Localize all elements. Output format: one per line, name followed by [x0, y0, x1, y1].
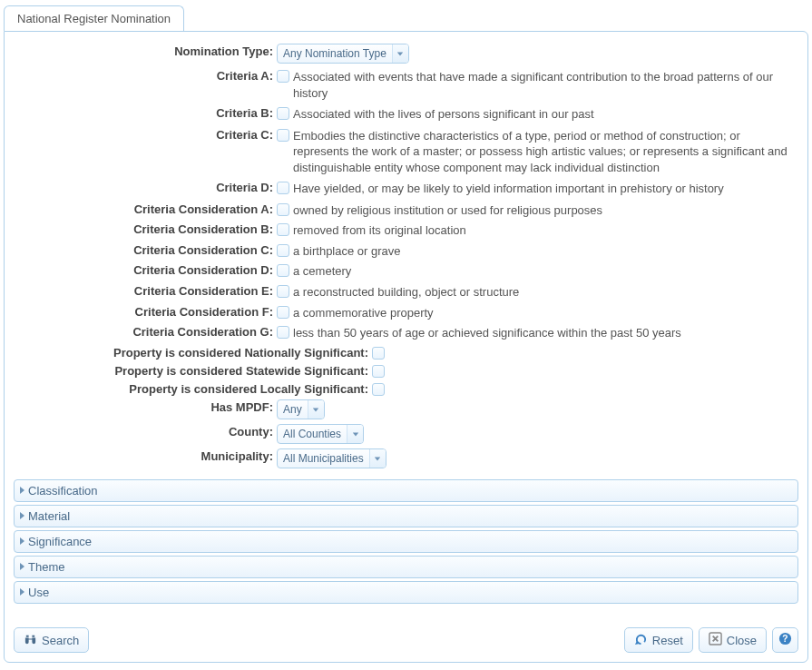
- search-button[interactable]: Search: [14, 627, 89, 653]
- desc-cc-c: a birthplace or grave: [293, 242, 401, 260]
- desc-cc-f: a commemorative property: [293, 304, 434, 321]
- combo-has-mpdf-value: Any: [278, 400, 308, 419]
- checkbox-cc-e[interactable]: [277, 285, 289, 298]
- checkbox-statewide-significant[interactable]: [372, 365, 385, 378]
- accordion-classification-label: Classification: [28, 484, 98, 498]
- undo-icon: [634, 632, 648, 648]
- combo-county-value: All Counties: [278, 425, 347, 443]
- desc-criteria-d: Have yielded, or may be likely to yield …: [293, 180, 724, 197]
- checkbox-locally-significant[interactable]: [372, 383, 385, 396]
- search-button-label: Search: [42, 634, 79, 647]
- caret-right-icon: [20, 487, 24, 494]
- accordion-material-label: Material: [28, 509, 70, 523]
- desc-criteria-b: Associated with the lives of persons sig…: [293, 105, 594, 123]
- accordion-significance[interactable]: Significance: [14, 530, 798, 553]
- reset-button-label: Reset: [652, 634, 683, 647]
- caret-right-icon: [20, 588, 24, 596]
- label-criteria-c: Criteria C:: [14, 126, 277, 142]
- label-municipality: Municipality:: [14, 448, 277, 463]
- chevron-down-icon: [347, 425, 363, 443]
- label-cc-g: Criteria Consideration G:: [14, 323, 277, 339]
- close-icon: [709, 632, 722, 648]
- label-cc-b: Criteria Consideration B:: [14, 221, 277, 236]
- label-cc-a: Criteria Consideration A:: [14, 201, 277, 216]
- help-icon: ?: [778, 632, 792, 648]
- label-criteria-b: Criteria B:: [14, 104, 277, 120]
- combo-municipality-value: All Municipalities: [278, 449, 369, 468]
- checkbox-cc-a[interactable]: [277, 203, 289, 216]
- label-cc-d: Criteria Consideration D:: [14, 261, 277, 277]
- accordion-theme[interactable]: Theme: [14, 556, 798, 578]
- help-button[interactable]: ?: [772, 627, 798, 653]
- label-cc-f: Criteria Consideration F:: [14, 303, 277, 319]
- desc-cc-a: owned by religious institution or used f…: [293, 202, 602, 219]
- caret-right-icon: [20, 512, 24, 519]
- checkbox-criteria-a[interactable]: [277, 70, 289, 83]
- accordion-material[interactable]: Material: [14, 505, 798, 527]
- checkbox-criteria-c[interactable]: [277, 129, 289, 142]
- desc-cc-b: removed from its original location: [293, 222, 466, 239]
- accordion-classification[interactable]: Classification: [14, 479, 798, 502]
- label-criteria-a: Criteria A:: [14, 67, 277, 83]
- combo-nomination-type[interactable]: Any Nomination Type: [277, 44, 409, 64]
- checkbox-cc-f[interactable]: [277, 306, 289, 319]
- close-button-label: Close: [727, 634, 757, 647]
- accordion-use[interactable]: Use: [14, 581, 798, 604]
- combo-county[interactable]: All Counties: [277, 424, 364, 444]
- accordion-significance-label: Significance: [28, 535, 92, 548]
- reset-button[interactable]: Reset: [624, 627, 693, 653]
- chevron-down-icon: [369, 449, 386, 468]
- checkbox-cc-b[interactable]: [277, 223, 289, 236]
- label-statewide-significant: Property is considered Statewide Signifi…: [14, 362, 372, 378]
- label-locally-significant: Property is considered Locally Significa…: [14, 380, 372, 396]
- checkbox-nationally-significant[interactable]: [372, 347, 385, 360]
- chevron-down-icon: [308, 400, 324, 419]
- caret-right-icon: [20, 563, 24, 570]
- accordion-use-label: Use: [28, 586, 49, 599]
- checkbox-cc-d[interactable]: [277, 264, 289, 277]
- desc-cc-e: a reconstructed building, object or stru…: [293, 283, 519, 301]
- desc-cc-g: less than 50 years of age or achieved si…: [293, 324, 681, 341]
- label-county: County:: [14, 423, 277, 438]
- combo-municipality[interactable]: All Municipalities: [277, 448, 386, 468]
- tab-panel: Nomination Type: Any Nomination Type Cri…: [4, 31, 808, 663]
- accordion-theme-label: Theme: [28, 560, 64, 574]
- desc-criteria-a: Associated with events that have made a …: [293, 68, 798, 101]
- checkbox-cc-c[interactable]: [277, 244, 289, 257]
- combo-has-mpdf[interactable]: Any: [277, 399, 325, 419]
- caret-right-icon: [20, 537, 24, 545]
- desc-criteria-c: Embodies the distinctive characteristics…: [293, 127, 798, 176]
- label-criteria-d: Criteria D:: [14, 179, 277, 194]
- label-has-mpdf: Has MPDF:: [14, 399, 277, 414]
- label-cc-c: Criteria Consideration C:: [14, 241, 277, 257]
- label-nomination-type: Nomination Type:: [14, 43, 277, 58]
- tab-label: National Register Nomination: [17, 12, 171, 25]
- binoculars-icon: [24, 632, 37, 648]
- checkbox-cc-g[interactable]: [277, 326, 289, 339]
- checkbox-criteria-b[interactable]: [277, 107, 289, 120]
- label-cc-e: Criteria Consideration E:: [14, 282, 277, 298]
- chevron-down-icon: [392, 44, 408, 63]
- label-nationally-significant: Property is considered Nationally Signif…: [14, 344, 372, 360]
- tab-national-register-nomination[interactable]: National Register Nomination: [4, 5, 184, 31]
- desc-cc-d: a cemetery: [293, 262, 351, 280]
- combo-nomination-type-value: Any Nomination Type: [278, 44, 392, 63]
- checkbox-criteria-d[interactable]: [277, 182, 289, 194]
- svg-text:?: ?: [782, 634, 788, 644]
- close-button[interactable]: Close: [699, 627, 767, 653]
